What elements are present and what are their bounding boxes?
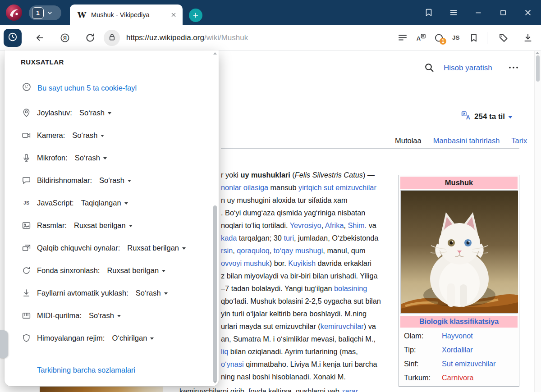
- article-link[interactable]: bolasining: [334, 284, 367, 292]
- article-link[interactable]: zarar: [341, 387, 358, 392]
- permission-value-dropdown[interactable]: Soʻrash: [75, 154, 107, 162]
- permission-value-dropdown[interactable]: Ruxsat berilgan: [107, 266, 165, 275]
- article-link[interactable]: oʻynasi: [221, 360, 244, 368]
- menu-icon[interactable]: [448, 7, 459, 18]
- article-text-segment: r yoki: [221, 171, 240, 179]
- article-link[interactable]: qoraquloq: [237, 246, 269, 255]
- article-tab-mutolaa[interactable]: Mutolaa: [395, 137, 422, 149]
- yandex-search-icon[interactable]: Я: [60, 32, 70, 43]
- permission-value-dropdown[interactable]: Ruxsat berilgan: [74, 221, 133, 230]
- browser-logo-icon[interactable]: [5, 4, 23, 21]
- svg-text:A: A: [417, 35, 421, 42]
- article-text-segment: ) —: [363, 171, 375, 179]
- taxobox-rows: Olam:HayvonotTip:XordalilarSinf:Sut emiz…: [400, 329, 518, 385]
- taxobox-title: Mushuk: [400, 177, 518, 189]
- permission-row-microphone: Mikrofon:Soʻrash: [22, 146, 204, 169]
- permission-value-dropdown[interactable]: Oʻchirilgan: [112, 334, 154, 342]
- taxobox-row-value-link[interactable]: Xordalilar: [442, 346, 473, 354]
- permission-value-dropdown[interactable]: Soʻrash: [89, 311, 121, 320]
- article-link[interactable]: rsin: [221, 246, 233, 255]
- article-text-segment: ,: [233, 246, 237, 255]
- article-link[interactable]: Yevrosiyo: [290, 221, 321, 229]
- taxobox-row-value-link[interactable]: Hayvonot: [442, 332, 473, 340]
- side-panel-icon[interactable]: [423, 7, 434, 18]
- language-selector-button[interactable]: A 254 ta til: [461, 110, 513, 123]
- permission-value-dropdown[interactable]: Ruxsat berilgan: [127, 244, 186, 252]
- permission-value-dropdown[interactable]: Taqiqlangan: [81, 199, 128, 207]
- new-tab-button[interactable]: [189, 9, 202, 22]
- popups-icon: [22, 243, 31, 253]
- article-text-segment: va: [367, 221, 376, 229]
- article-link[interactable]: kada: [221, 234, 237, 242]
- reader-mode-icon[interactable]: [397, 32, 408, 43]
- article-link[interactable]: ovvoyi mushuk: [221, 259, 270, 267]
- article-link[interactable]: yirtqich sut emizuvchilar: [298, 183, 376, 191]
- bookmark-icon[interactable]: [468, 32, 479, 43]
- article-link[interactable]: liq: [221, 347, 228, 356]
- search-icon[interactable]: [424, 62, 435, 73]
- sidebar-handle[interactable]: [0, 330, 8, 358]
- permission-value-dropdown[interactable]: Soʻrash: [79, 109, 111, 117]
- site-permissions-button[interactable]: [104, 30, 120, 46]
- tab-close-icon[interactable]: [170, 11, 177, 18]
- article-line: rsin, qoraquloq, toʻqay mushugi, manul, …: [221, 244, 392, 257]
- tab-group-count: 1: [32, 7, 44, 19]
- cookie-icon: [22, 82, 32, 94]
- svg-text:Я: Я: [63, 35, 67, 41]
- taxobox-row-value-link[interactable]: Sut emizuvchilar: [442, 360, 495, 368]
- scroll-down-arrow-icon[interactable]: [213, 381, 217, 383]
- permission-value-dropdown[interactable]: Soʻrash: [99, 176, 131, 185]
- more-options-icon[interactable]: [508, 62, 519, 73]
- downloads-icon[interactable]: [523, 32, 533, 43]
- images-icon: [22, 221, 31, 230]
- permission-label: Fayllarni avtomatik yuklash:: [37, 289, 128, 297]
- page-scrollbar-thumb[interactable]: [536, 55, 540, 82]
- taxobox-row-label: Sinf:: [404, 360, 442, 368]
- permission-row-auto-download: Fayllarni avtomatik yuklash:Soʻrash: [22, 282, 204, 304]
- active-tab[interactable]: W Mushuk - Vikipediya: [70, 5, 183, 25]
- address-bar[interactable]: https://uz.wikipedia.org/wiki/Mushuk: [126, 25, 248, 50]
- history-sidebar-button[interactable]: [4, 29, 22, 47]
- article-tab-manbasini-tahrirlash[interactable]: Manbasini tahrirlash: [433, 137, 500, 149]
- tab-title: Mushuk - Vikipediya: [91, 11, 165, 18]
- clock-icon: [7, 32, 18, 44]
- article-text-segment: mansub: [268, 183, 298, 191]
- permission-value-dropdown[interactable]: Soʻrash: [72, 131, 104, 140]
- panel-scrollbar[interactable]: [212, 52, 218, 383]
- article-body: r yoki uy mushuklari (Felis Silvestris C…: [221, 169, 392, 383]
- article-link[interactable]: Afrika: [325, 221, 344, 229]
- close-icon[interactable]: [523, 7, 533, 18]
- create-account-link[interactable]: Hisob yaratish: [444, 64, 492, 73]
- article-text-segment: an, Sumatra M. i oʻsimliklar mevasi, bal…: [221, 335, 376, 343]
- taxobox-section-link[interactable]: Biologik klassifikatsiya: [400, 316, 518, 328]
- offers-tag-icon[interactable]: [498, 32, 509, 43]
- scroll-up-arrow-icon[interactable]: [213, 52, 217, 55]
- content-settings-link[interactable]: Tarkibning barcha sozlamalari: [37, 366, 135, 374]
- article-link[interactable]: nonlar oilasiga: [221, 183, 268, 191]
- back-icon[interactable]: [34, 32, 45, 43]
- panel-scrollbar-thumb[interactable]: [213, 205, 217, 382]
- article-link[interactable]: turi: [284, 234, 294, 242]
- translate-icon[interactable]: A: [416, 32, 426, 43]
- scroll-up-arrow-icon[interactable]: [536, 52, 539, 54]
- javascript-blocked-icon[interactable]: JS: [452, 32, 463, 43]
- background-sync-icon: [22, 266, 31, 275]
- chevron-down-icon: [508, 116, 513, 119]
- taxobox-row-value-link[interactable]: Carnivora: [442, 374, 474, 382]
- wikipedia-favicon: W: [78, 10, 86, 19]
- permission-label: Joylashuv:: [37, 109, 72, 117]
- permission-value-dropdown[interactable]: Soʻrash: [136, 289, 168, 297]
- page-scrollbar[interactable]: [534, 51, 541, 392]
- reload-icon[interactable]: [85, 32, 96, 43]
- article-link[interactable]: Kuyikish: [288, 259, 316, 267]
- minimize-icon[interactable]: [473, 7, 484, 18]
- article-link[interactable]: kemiruvchilar: [321, 322, 364, 330]
- tab-group-button[interactable]: 1: [29, 5, 61, 20]
- article-tab-tarix[interactable]: Tarix: [511, 137, 527, 149]
- article-line: –7 tadan bolalaydi. Yangi tugʻilgan bola…: [221, 282, 392, 295]
- cookies-row[interactable]: Bu sayt uchun 5 ta cookie-fayl: [22, 82, 137, 94]
- maximize-icon[interactable]: [498, 7, 509, 18]
- article-link[interactable]: Shim.: [348, 221, 367, 229]
- article-link[interactable]: toʻqay mushugi: [274, 246, 323, 255]
- cookies-link[interactable]: Bu sayt uchun 5 ta cookie-fayl: [37, 84, 137, 92]
